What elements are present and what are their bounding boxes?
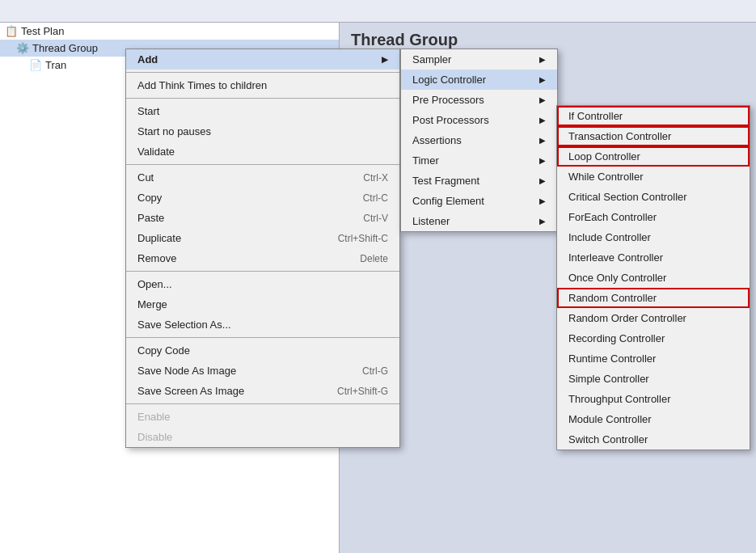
ctx3-item-runtime-controller[interactable]: Runtime Controller xyxy=(557,348,750,369)
ctx2-item-config-element[interactable]: Config Element xyxy=(401,191,557,211)
ctx1-item-open[interactable]: Open... xyxy=(126,274,399,294)
ctx3-item-recording-controller[interactable]: Recording Controller xyxy=(557,328,750,348)
separator xyxy=(126,164,399,165)
ctx2-item-assertions[interactable]: Assertions xyxy=(401,130,557,150)
separator xyxy=(126,403,399,404)
context-menu-2: Sampler Logic Controller Pre Processors … xyxy=(400,49,558,232)
ctx1-item-copy-code[interactable]: Copy Code xyxy=(126,340,399,361)
ctx1-item-merge[interactable]: Merge xyxy=(126,294,399,314)
thread-group-icon: ⚙️ xyxy=(16,42,29,54)
context-menu-3: If Controller Transaction Controller Loo… xyxy=(556,105,750,450)
ctx3-item-random-order-controller[interactable]: Random Order Controller xyxy=(557,308,750,328)
separator xyxy=(126,98,399,99)
ctx1-item-copy[interactable]: Copy Ctrl-C xyxy=(126,188,399,208)
tree-item-label: Tran xyxy=(45,59,66,71)
ctx3-item-loop-controller[interactable]: Loop Controller xyxy=(557,146,750,167)
separator xyxy=(126,337,399,338)
ctx2-item-timer[interactable]: Timer xyxy=(401,150,557,171)
ctx1-item-enable[interactable]: Enable xyxy=(126,407,399,427)
toolbar xyxy=(0,0,756,23)
ctx2-item-logic-controller[interactable]: Logic Controller xyxy=(401,70,557,90)
ctx3-item-random-controller[interactable]: Random Controller xyxy=(557,288,750,308)
context-menu-1: Add Add Think Times to children Start St… xyxy=(125,49,400,448)
ctx1-item-save-node-image[interactable]: Save Node As Image Ctrl-G xyxy=(126,361,399,381)
ctx3-item-simple-controller[interactable]: Simple Controller xyxy=(557,369,750,389)
ctx2-item-post-processors[interactable]: Post Processors xyxy=(401,110,557,130)
ctx3-item-throughput-controller[interactable]: Throughput Controller xyxy=(557,389,750,409)
ctx1-item-save-selection[interactable]: Save Selection As... xyxy=(126,314,399,335)
ctx3-item-foreach-controller[interactable]: ForEach Controller xyxy=(557,207,750,227)
ctx1-item-start-no-pauses[interactable]: Start no pauses xyxy=(126,121,399,141)
ctx1-item-start[interactable]: Start xyxy=(126,101,399,121)
ctx1-item-add[interactable]: Add xyxy=(126,49,399,70)
ctx1-item-save-screen-image[interactable]: Save Screen As Image Ctrl+Shift-G xyxy=(126,381,399,401)
ctx3-item-interleave-controller[interactable]: Interleave Controller xyxy=(557,247,750,268)
ctx2-item-sampler[interactable]: Sampler xyxy=(401,49,557,70)
ctx2-item-listener[interactable]: Listener xyxy=(401,211,557,231)
ctx1-item-duplicate[interactable]: Duplicate Ctrl+Shift-C xyxy=(126,228,399,248)
ctx3-item-include-controller[interactable]: Include Controller xyxy=(557,227,750,247)
transaction-icon: 📄 xyxy=(29,59,42,71)
separator xyxy=(126,72,399,73)
ctx3-item-module-controller[interactable]: Module Controller xyxy=(557,409,750,429)
tree-item-test-plan[interactable]: 📋 Test Plan xyxy=(0,23,339,40)
ctx1-item-cut[interactable]: Cut Ctrl-X xyxy=(126,167,399,188)
ctx1-item-remove[interactable]: Remove Delete xyxy=(126,248,399,268)
separator xyxy=(126,271,399,272)
ctx1-item-paste[interactable]: Paste Ctrl-V xyxy=(126,208,399,228)
ctx3-item-if-controller[interactable]: If Controller xyxy=(557,106,750,126)
ctx3-item-critical-section[interactable]: Critical Section Controller xyxy=(557,187,750,207)
ctx3-item-once-only-controller[interactable]: Once Only Controller xyxy=(557,268,750,288)
test-plan-icon: 📋 xyxy=(5,25,18,37)
ctx3-item-transaction-controller[interactable]: Transaction Controller xyxy=(557,126,750,146)
ctx1-item-disable[interactable]: Disable xyxy=(126,427,399,447)
ctx1-item-validate[interactable]: Validate xyxy=(126,141,399,162)
tree-item-label: Test Plan xyxy=(21,25,64,37)
ctx1-item-add-think-times[interactable]: Add Think Times to children xyxy=(126,75,399,95)
ctx3-item-switch-controller[interactable]: Switch Controller xyxy=(557,429,750,450)
tree-item-label: Thread Group xyxy=(32,42,98,54)
ctx3-item-while-controller[interactable]: While Controller xyxy=(557,167,750,187)
ctx2-item-pre-processors[interactable]: Pre Processors xyxy=(401,90,557,110)
page-title: Thread Group xyxy=(351,31,745,49)
ctx2-item-test-fragment[interactable]: Test Fragment xyxy=(401,171,557,191)
